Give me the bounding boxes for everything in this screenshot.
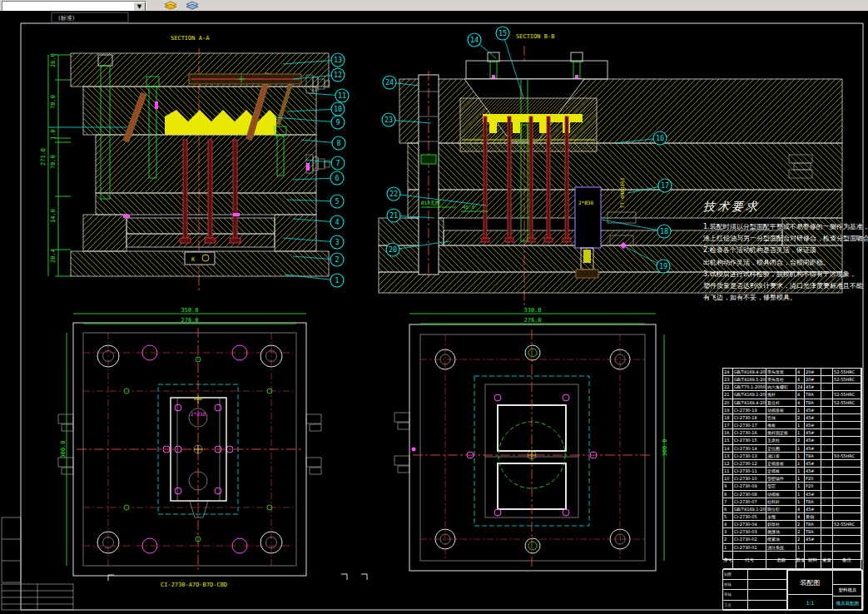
bom-cell-material: 45# xyxy=(805,437,821,444)
bom-cell-no: 5 xyxy=(723,513,733,521)
balloon-number: 14 xyxy=(470,36,479,44)
balloon-number: 20 xyxy=(389,245,397,254)
cavity-pocket: 2*Ø30 xyxy=(171,395,226,517)
signature-value xyxy=(748,580,787,589)
bom-cell-weight xyxy=(821,483,833,490)
water-fittings xyxy=(58,414,321,474)
bom-header-cell: 序号 xyxy=(723,552,733,569)
bom-cell-material: T8A xyxy=(805,521,821,528)
bom-cell-no: 9 xyxy=(723,483,733,490)
bom-cell-name: 动模板 xyxy=(766,491,796,498)
bom-cell-qty: 2 xyxy=(796,521,805,528)
signature-row: 工艺 xyxy=(723,601,787,611)
mold-base-code: CI-2730-A7D-B7D-CBD xyxy=(161,582,227,588)
bom-cell-weight xyxy=(821,544,833,552)
balloon-number: 15 xyxy=(498,29,507,37)
drawing-canvas[interactable]: (标准) SECTION A-A K xyxy=(0,11,868,614)
bom-cell-qty: 4 xyxy=(796,369,805,376)
bom-cell-no: 18 xyxy=(723,414,733,422)
bom-cell-qty: 1 xyxy=(796,453,805,460)
bom-cell-remark xyxy=(833,407,861,414)
bom-cell-code: GB/T4169.1-2006 xyxy=(733,506,766,513)
section-a-view[interactable]: SECTION A-A K xyxy=(40,35,330,293)
bom-cell-qty: 1 xyxy=(796,498,805,506)
cad-app-window: ▼ xyxy=(0,0,868,614)
bom-cell-material: T8A xyxy=(805,391,821,399)
bom-cell-remark: 52-55HRC xyxy=(833,391,861,399)
bom-cell-name: 斜导柱 xyxy=(766,521,796,528)
signature-row: 校核 xyxy=(723,580,787,590)
bom-cell-material: T8A xyxy=(805,399,821,407)
balloon-number: 2 xyxy=(335,255,339,264)
dimension-text: 20.4 xyxy=(50,249,57,263)
dimension-text: 1.0 xyxy=(50,129,57,140)
bom-cell-remark xyxy=(833,468,861,475)
bom-cell-name: 复位杆 xyxy=(766,399,796,407)
bom-cell-material: 20# xyxy=(805,369,821,376)
bom-cell-no: 13 xyxy=(723,453,733,460)
bom-cell-qty: 4 xyxy=(796,513,805,521)
bom-cell-material: 45# xyxy=(805,407,821,414)
bom-cell-name: 定模板 xyxy=(766,468,796,475)
scale-cell: 1:1 xyxy=(787,594,833,611)
bom-cell-name: 垫块 xyxy=(766,414,796,422)
bom-cell-weight xyxy=(821,445,833,453)
bom-cell-name: 定位圈 xyxy=(766,445,796,453)
bom-cell-code: CI-2730-03 xyxy=(733,528,766,536)
bom-cell-material: 45# xyxy=(805,384,821,391)
water-fittings xyxy=(394,413,409,473)
bom-cell-code: CI-2730-09 xyxy=(733,483,766,490)
bom-table: 24GB/T4169.4-2006带头导套420#52-55HRC23GB/T4… xyxy=(722,368,862,560)
bom-cell-no: 1 xyxy=(723,544,733,552)
bom-cell-no: 12 xyxy=(723,460,733,468)
tech-req-line: 有飞边，如有不妥，修整模具。 xyxy=(703,292,868,304)
bom-cell-code: CI-2730-15 xyxy=(733,437,766,444)
bom-cell-weight xyxy=(821,437,833,444)
balloon-number: 22 xyxy=(389,190,398,198)
isometric-layers-yellow-icon[interactable] xyxy=(161,0,180,11)
isometric-layers-blue-icon[interactable] xyxy=(183,0,201,11)
bom-cell-remark xyxy=(833,475,861,483)
balloon-number: 8 xyxy=(336,139,340,147)
bom-cell-qty: 1 xyxy=(796,445,805,453)
bom-cell-no: 17 xyxy=(723,422,733,429)
section-b-title: SECTION B-B xyxy=(516,33,554,40)
section-a-title: SECTION A-A xyxy=(171,35,210,42)
bom-cell-no: 4 xyxy=(723,521,733,528)
project-name: 模具装配图 xyxy=(836,601,860,607)
bom-cell-name: 推杆 xyxy=(766,391,796,399)
bom-cell-weight xyxy=(821,460,833,468)
dimension-text: 276.0 xyxy=(181,317,198,324)
bom-cell-weight xyxy=(821,453,833,460)
plan-right-view[interactable]: 330.0 276.0 300.0 xyxy=(394,307,668,571)
signature-value xyxy=(748,590,787,599)
title-block: 制图校核审核工艺 装配图 1:1 塑料模具 模具装配图 xyxy=(722,569,862,610)
bom-cell-qty: 1 xyxy=(796,429,805,437)
bom-cell-remark: 52-55HRC xyxy=(833,369,861,376)
bom-cell-name: 拉料杆 xyxy=(766,498,796,506)
bom-cell-qty: 24 xyxy=(796,384,805,391)
bom-cell-name: 推板 xyxy=(766,422,796,429)
signature-value xyxy=(748,570,787,579)
bom-cell-name: 带头导柱 xyxy=(766,376,796,384)
bom-cell-material: T8A xyxy=(805,528,821,536)
bom-cell-material: 黄铜 xyxy=(805,513,821,521)
bom-cell-material: P20 xyxy=(805,483,821,490)
balloon-number: 9 xyxy=(335,118,340,126)
tech-req-line: 出机构动作灵活，模具闭合，合模间距稳。 xyxy=(703,257,868,269)
plan-left-view[interactable]: 2*Ø30 xyxy=(58,307,321,588)
bom-cell-name: 带头导套 xyxy=(766,369,796,376)
balloon-number: 24 xyxy=(385,78,394,87)
bom-cell-weight xyxy=(821,536,833,543)
bom-cell-remark: 52-55HRC xyxy=(833,376,861,384)
signature-value xyxy=(748,601,787,610)
bom-cell-name: 浇口套 xyxy=(766,453,796,460)
bom-cell-weight xyxy=(821,399,833,407)
bom-cell-no: 19 xyxy=(723,407,733,414)
bom-cell-qty: 1 xyxy=(796,475,805,483)
bom-cell-remark xyxy=(833,414,861,422)
bom-cell-name: 推杆固定板 xyxy=(766,429,796,437)
bom-cell-material: P20 xyxy=(805,475,821,483)
bom-cell-no: 16 xyxy=(723,429,733,437)
bom-cell-remark: 52-55HRC xyxy=(833,521,861,528)
